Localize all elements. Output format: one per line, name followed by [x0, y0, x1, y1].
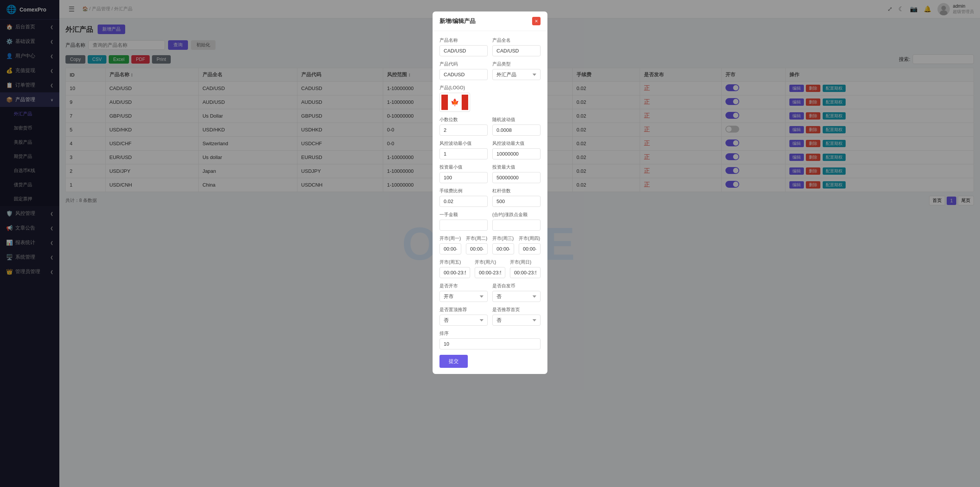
sort-input[interactable]	[439, 338, 541, 349]
invest-max-input[interactable]	[492, 172, 541, 183]
sort-label: 排序	[439, 330, 541, 337]
modal-overlay[interactable]: 新增/编辑产品 × 产品名称 产品全名 产品代码	[0, 0, 980, 487]
leverage-input[interactable]	[492, 196, 541, 207]
recommend-label: 是否置顶推荐	[439, 307, 488, 313]
edit-product-modal: 新增/编辑产品 × 产品名称 产品全名 产品代码	[433, 11, 547, 374]
open-mon-label: 开市(周一)	[439, 235, 461, 242]
recommend-select[interactable]: 是 否	[439, 315, 488, 326]
is-open-select[interactable]: 开市 关市	[439, 291, 488, 302]
logo-label: 产品(LOGO)	[439, 85, 541, 91]
risk-max-label: 风控波动最大值	[492, 140, 541, 147]
invest-max-label: 投资最大值	[492, 164, 541, 171]
product-name-input[interactable]	[439, 45, 488, 56]
stop-loss-input[interactable]	[492, 220, 541, 231]
product-fullname-input[interactable]	[492, 45, 541, 56]
open-tue-label: 开市(周二)	[466, 235, 488, 242]
open-thu-input[interactable]	[519, 243, 541, 254]
logo-preview: 🍁	[439, 93, 470, 112]
risk-min-input[interactable]	[439, 148, 488, 159]
open-tue-input[interactable]	[466, 243, 488, 254]
risk-max-input[interactable]	[492, 148, 541, 159]
one-hand-input[interactable]	[439, 220, 488, 231]
open-sun-input[interactable]	[510, 267, 541, 278]
invest-min-label: 投资最小值	[439, 164, 488, 171]
homepage-label: 是否推荐首页	[492, 307, 541, 313]
one-hand-label: 一手金额	[439, 212, 488, 218]
modal-title: 新增/编辑产品	[439, 18, 475, 25]
modal-header: 新增/编辑产品 ×	[433, 11, 547, 31]
submit-button[interactable]: 提交	[439, 355, 468, 368]
modal-body: 产品名称 产品全名 产品代码 产品类型 外汇产品 加	[433, 31, 547, 374]
random-input[interactable]	[492, 125, 541, 136]
product-type-label: 产品类型	[492, 61, 541, 67]
open-sun-label: 开市(周日)	[510, 259, 541, 266]
homepage-select[interactable]: 是 否	[492, 315, 541, 326]
auto-publish-label: 是否自发币	[492, 283, 541, 289]
stop-loss-label: (合约)涨跌点金额	[492, 212, 541, 218]
modal-close-button[interactable]: ×	[532, 17, 541, 25]
leverage-label: 杠杆倍数	[492, 188, 541, 194]
risk-min-label: 风控波动最小值	[439, 140, 488, 147]
product-code-input[interactable]	[439, 69, 488, 80]
open-thu-label: 开市(周四)	[519, 235, 541, 242]
product-name-label: 产品名称	[439, 37, 488, 44]
random-label: 随机波动值	[492, 116, 541, 123]
fee-label: 手续费比例	[439, 188, 488, 194]
invest-min-input[interactable]	[439, 172, 488, 183]
open-mon-input[interactable]	[439, 243, 461, 254]
open-sat-input[interactable]	[475, 267, 505, 278]
product-type-select[interactable]: 外汇产品 加密货币 美股产品 期货产品	[492, 69, 541, 80]
auto-publish-select[interactable]: 是 否	[492, 291, 541, 302]
decimal-label: 小数位数	[439, 116, 488, 123]
product-code-label: 产品代码	[439, 61, 488, 67]
fee-input[interactable]	[439, 196, 488, 207]
open-sat-label: 开市(周六)	[475, 259, 505, 266]
open-fri-label: 开市(周五)	[439, 259, 470, 266]
decimal-input[interactable]	[439, 125, 488, 136]
open-wed-input[interactable]	[492, 243, 514, 254]
open-wed-label: 开市(周三)	[492, 235, 514, 242]
product-fullname-label: 产品全名	[492, 37, 541, 44]
is-open-label: 是否开市	[439, 283, 488, 289]
open-fri-input[interactable]	[439, 267, 470, 278]
